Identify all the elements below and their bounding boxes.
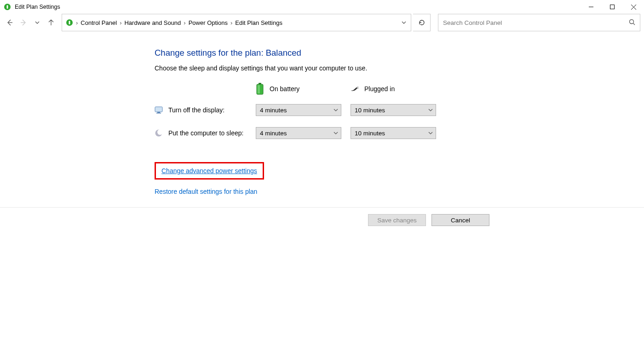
chevron-down-icon (428, 130, 433, 137)
breadcrumb-separator-icon: › (120, 19, 121, 26)
minimize-button[interactable] (581, 0, 602, 14)
recent-locations-button[interactable] (31, 17, 43, 29)
close-button[interactable] (623, 0, 644, 14)
save-button[interactable]: Save changes (368, 214, 426, 226)
chevron-down-icon (334, 107, 338, 114)
plug-icon (351, 85, 359, 93)
svg-rect-14 (258, 85, 260, 93)
breadcrumb-control-panel[interactable]: Control Panel (80, 19, 117, 26)
search-box[interactable] (438, 14, 640, 31)
window-controls (581, 0, 644, 14)
window-title: Edit Plan Settings (15, 4, 581, 10)
page-title: Change settings for the plan: Balanced (155, 48, 644, 58)
svg-point-21 (157, 129, 163, 135)
back-button[interactable] (4, 17, 16, 29)
breadcrumb-separator-icon: › (230, 19, 232, 26)
svg-rect-15 (357, 87, 358, 87)
display-battery-value: 4 minutes (260, 107, 287, 114)
page-subtitle: Choose the sleep and display settings th… (155, 64, 644, 72)
breadcrumb-hardware-and-sound[interactable]: Hardware and Sound (124, 19, 181, 26)
svg-rect-17 (155, 107, 162, 112)
chevron-down-icon (334, 130, 338, 137)
sleep-battery-value: 4 minutes (260, 130, 287, 137)
row-display-label: Turn off the display: (155, 106, 256, 114)
svg-rect-18 (157, 112, 160, 113)
breadcrumb-edit-plan-settings[interactable]: Edit Plan Settings (235, 19, 282, 26)
refresh-button[interactable] (413, 14, 431, 31)
svg-rect-9 (69, 21, 70, 24)
nav-bar: › Control Panel › Hardware and Sound › P… (0, 14, 644, 31)
svg-rect-3 (610, 5, 615, 9)
moon-icon (155, 129, 163, 137)
breadcrumb-separator-icon: › (184, 19, 185, 26)
sleep-battery-select[interactable]: 4 minutes (256, 127, 341, 139)
link-advanced-power-settings[interactable]: Change advanced power settings (161, 167, 257, 174)
display-plugged-select[interactable]: 10 minutes (351, 104, 436, 116)
svg-rect-16 (357, 88, 358, 88)
sleep-plugged-select[interactable]: 10 minutes (351, 127, 436, 139)
svg-point-10 (630, 19, 634, 23)
content-area: Change settings for the plan: Balanced C… (0, 31, 644, 195)
display-plugged-value: 10 minutes (355, 107, 385, 114)
column-header-battery-label: On battery (270, 85, 299, 93)
chevron-down-icon (428, 107, 433, 114)
sleep-plugged-value: 10 minutes (355, 130, 385, 137)
row-display-text: Turn off the display: (168, 106, 224, 114)
link-restore-default-settings[interactable]: Restore default settings for this plan (155, 188, 257, 195)
cancel-button[interactable]: Cancel (431, 214, 489, 226)
address-dropdown-button[interactable] (397, 20, 411, 25)
svg-line-11 (633, 23, 635, 25)
highlight-box: Change advanced power settings (155, 162, 264, 180)
links-block: Change advanced power settings Restore d… (155, 162, 644, 195)
row-sleep-label: Put the computer to sleep: (155, 129, 256, 137)
maximize-button[interactable] (602, 0, 623, 14)
row-sleep-text: Put the computer to sleep: (168, 129, 243, 137)
power-plan-icon (4, 3, 11, 11)
title-bar: Edit Plan Settings (0, 0, 644, 14)
up-button[interactable] (45, 17, 57, 29)
search-input[interactable] (443, 19, 629, 26)
svg-rect-19 (156, 113, 161, 114)
display-icon (155, 106, 163, 114)
svg-rect-1 (7, 5, 8, 9)
button-bar: Save changes Cancel (0, 208, 644, 226)
battery-icon (256, 85, 264, 93)
display-battery-select[interactable]: 4 minutes (256, 104, 341, 116)
settings-grid: On battery Plugged in Turn off the displ… (155, 85, 644, 139)
breadcrumb-power-options[interactable]: Power Options (189, 19, 228, 26)
column-header-battery: On battery (256, 85, 341, 93)
breadcrumb-separator-icon: › (76, 19, 78, 26)
power-plan-icon (66, 19, 73, 26)
forward-button[interactable] (17, 17, 29, 29)
column-header-plugged: Plugged in (351, 85, 436, 93)
column-header-plugged-label: Plugged in (364, 85, 395, 93)
search-icon (629, 19, 635, 27)
address-bar[interactable]: › Control Panel › Hardware and Sound › P… (62, 14, 411, 31)
